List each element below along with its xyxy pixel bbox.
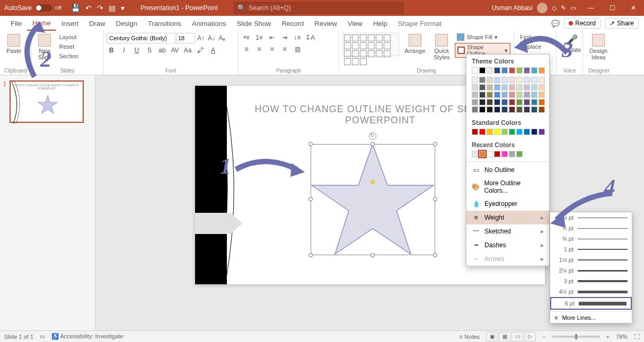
font-family-select[interactable]	[107, 33, 175, 43]
color-swatch[interactable]	[501, 77, 508, 83]
color-swatch[interactable]	[524, 67, 530, 74]
indent-icon[interactable]: ⇥	[280, 33, 289, 42]
weight-option[interactable]: 4½ pt	[550, 286, 632, 297]
maximize-button[interactable]: ☐	[602, 4, 623, 12]
font-size-select[interactable]	[177, 33, 195, 43]
record-button[interactable]: Record	[564, 18, 601, 29]
color-swatch[interactable]	[501, 99, 508, 105]
slide-thumbnail[interactable]: HOW TO CHANGE OUTLINE WEIGHT OF SHAPE IN…	[10, 80, 84, 123]
color-swatch[interactable]	[479, 151, 486, 157]
color-swatch[interactable]	[539, 84, 545, 91]
color-swatch[interactable]	[524, 77, 530, 83]
shape-fill-button[interactable]: Shape Fill ▾	[455, 33, 510, 41]
columns-icon[interactable]: ▥	[293, 44, 302, 54]
color-swatch[interactable]	[487, 92, 493, 98]
color-swatch[interactable]	[524, 99, 530, 105]
color-swatch[interactable]	[501, 106, 508, 113]
color-swatch[interactable]	[479, 106, 486, 113]
color-swatch[interactable]	[479, 92, 486, 98]
color-swatch[interactable]	[487, 67, 493, 74]
italic-icon[interactable]: I	[119, 46, 129, 55]
resize-handle-sw[interactable]	[308, 253, 313, 257]
color-swatch[interactable]	[524, 106, 530, 113]
color-swatch[interactable]	[479, 67, 486, 74]
tab-design[interactable]: Design	[111, 16, 143, 31]
design-ideas-button[interactable]: Design Ideas	[586, 33, 611, 61]
color-swatch[interactable]	[531, 77, 537, 83]
quick-styles-button[interactable]: Quick Styles	[430, 33, 453, 61]
redo-icon[interactable]: ↷	[97, 4, 103, 12]
normal-view-icon[interactable]: ▣	[486, 332, 498, 341]
replace-button[interactable]: Replace	[517, 42, 544, 51]
eyedropper-item[interactable]: 💧 Eyedropper	[466, 197, 549, 211]
underline-icon[interactable]: U	[132, 46, 142, 55]
more-colors-item[interactable]: 🎨 More Outline Colors...	[466, 177, 549, 197]
tab-slideshow[interactable]: Slide Show	[231, 16, 276, 31]
tab-shape-format[interactable]: Shape Format	[393, 16, 447, 31]
highlight-icon[interactable]: 🖍	[196, 46, 205, 55]
resize-handle-e[interactable]	[433, 197, 437, 201]
align-left-icon[interactable]: ≡	[242, 44, 251, 54]
sorter-view-icon[interactable]: ▦	[499, 332, 510, 341]
color-swatch[interactable]	[516, 99, 523, 105]
color-swatch[interactable]	[516, 106, 523, 113]
color-swatch[interactable]	[509, 106, 515, 113]
present-icon[interactable]: ▤	[109, 4, 116, 12]
weight-option[interactable]: ¼ pt	[550, 212, 632, 223]
color-swatch[interactable]	[516, 151, 523, 157]
notes-button[interactable]: ≡ Notes	[460, 334, 480, 340]
case-icon[interactable]: Aa	[183, 46, 192, 55]
dictate-button[interactable]: 🎤 Dictate	[560, 33, 584, 54]
window-layout-icon[interactable]: ▭	[570, 4, 576, 12]
color-swatch[interactable]	[501, 129, 508, 135]
color-swatch[interactable]	[494, 67, 500, 74]
color-swatch[interactable]	[501, 67, 508, 74]
color-swatch[interactable]	[479, 129, 486, 135]
new-slide-button[interactable]: New Slide	[35, 33, 54, 61]
color-swatch[interactable]	[524, 129, 530, 135]
spacing-icon[interactable]: AV	[170, 46, 180, 55]
clear-format-icon[interactable]: Aᵩ	[217, 33, 227, 43]
color-swatch[interactable]	[531, 106, 537, 113]
text-direction-icon[interactable]: ↧A	[305, 33, 315, 42]
color-swatch[interactable]	[494, 84, 500, 91]
zoom-slider[interactable]	[552, 336, 600, 338]
tab-file[interactable]: File	[5, 16, 27, 31]
outdent-icon[interactable]: ⇤	[267, 33, 277, 42]
color-swatch[interactable]	[531, 129, 537, 135]
tab-help[interactable]: Help	[368, 16, 393, 31]
color-swatch[interactable]	[539, 129, 545, 135]
color-swatch[interactable]	[531, 67, 537, 74]
resize-handle-nw[interactable]	[308, 142, 313, 146]
lang-icon[interactable]: ▭	[40, 333, 45, 340]
color-swatch[interactable]	[472, 129, 478, 135]
resize-handle-n[interactable]	[370, 142, 375, 146]
close-button[interactable]: ✕	[623, 4, 644, 12]
bullets-icon[interactable]: •≡	[242, 33, 251, 42]
slide-panel[interactable]: 1 HOW TO CHANGE OUTLINE WEIGHT OF SHAPE …	[0, 75, 95, 330]
weight-option[interactable]: ½ pt	[550, 223, 632, 233]
color-swatch[interactable]	[472, 84, 478, 91]
zoom-value[interactable]: 78%	[616, 334, 628, 340]
autosave-switch[interactable]	[35, 4, 52, 12]
color-swatch[interactable]	[487, 106, 493, 113]
color-swatch[interactable]	[539, 106, 545, 113]
color-swatch[interactable]	[487, 151, 493, 157]
zoom-out-icon[interactable]: −	[542, 334, 545, 340]
color-swatch[interactable]	[524, 92, 530, 98]
rotation-handle[interactable]	[369, 132, 376, 140]
shapes-gallery[interactable]	[342, 33, 399, 56]
color-swatch[interactable]	[516, 67, 523, 74]
weight-option[interactable]: 1 pt	[550, 244, 632, 255]
section-button[interactable]: Section	[56, 52, 81, 60]
layout-button[interactable]: Layout	[56, 33, 81, 41]
resize-handle-w[interactable]	[308, 197, 313, 201]
tab-insert[interactable]: Insert	[56, 16, 84, 31]
color-swatch[interactable]	[494, 92, 500, 98]
color-swatch[interactable]	[494, 106, 500, 113]
color-swatch[interactable]	[509, 92, 515, 98]
color-swatch[interactable]	[494, 129, 500, 135]
color-swatch[interactable]	[539, 77, 545, 83]
diamond-icon[interactable]: ◇	[552, 4, 557, 12]
pen-icon[interactable]: ✎	[561, 4, 566, 12]
